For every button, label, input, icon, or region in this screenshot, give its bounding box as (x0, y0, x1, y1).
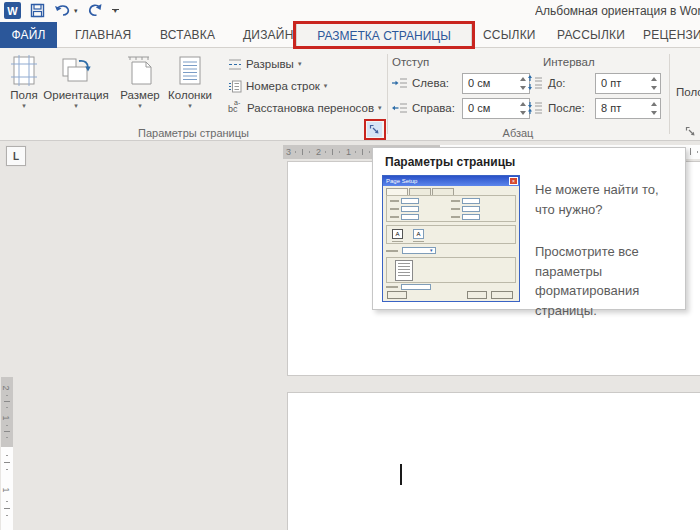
spacing-after-label: После: (548, 102, 585, 114)
margins-button[interactable]: Поля ▾ (0, 55, 50, 117)
spin-down-icon[interactable] (647, 84, 660, 94)
tab-review[interactable]: РЕЦЕНЗИРОВАНИЕ (643, 22, 700, 48)
page-setup-screentip: Параметры страницы Page Setup × A A (372, 147, 686, 310)
tab-file[interactable]: ФАЙЛ (0, 22, 57, 48)
spacing-header: Интервал (543, 56, 595, 68)
indent-right-value: 0 см (463, 99, 516, 118)
tab-home[interactable]: ГЛАВНАЯ (75, 22, 131, 48)
spin-up-icon[interactable] (647, 74, 660, 84)
group-separator (669, 54, 670, 134)
ruler-number: 2 (316, 147, 321, 157)
chevron-down-icon: ▾ (74, 102, 78, 110)
chevron-down-icon: ▾ (324, 82, 328, 90)
redo-icon (87, 3, 103, 18)
thumbnail-tab (386, 188, 408, 195)
thumbnail-preview-section (386, 257, 516, 283)
spacing-before-field[interactable]: 0 пт (595, 73, 661, 94)
annotation-box-page-layout-tab (293, 21, 475, 49)
ribbon: Поля ▾ Ориентация ▾ Размер (0, 48, 700, 141)
indent-header: Отступ (392, 56, 429, 68)
ruler-number: 2 (1, 385, 11, 390)
columns-button-label: Колонки (168, 89, 212, 101)
spacing-before-icon (527, 75, 543, 90)
indent-left-field[interactable]: 0 см (462, 73, 530, 94)
indent-left-label: Слева: (412, 77, 449, 89)
spin-down-icon[interactable] (647, 109, 660, 119)
screentip-question: Не можете найти то, что нужно? (535, 180, 679, 219)
group-separator (387, 54, 388, 134)
page-size-button-label: Размер (120, 89, 160, 101)
chevron-down-icon: ▾ (22, 102, 26, 110)
chevron-down-icon: ▾ (138, 102, 142, 110)
paragraph-dialog-launcher[interactable] (683, 124, 698, 139)
thumbnail-tab (432, 188, 454, 195)
spacing-before-value: 0 пт (596, 74, 647, 93)
spacing-after-value: 8 пт (596, 99, 647, 118)
chevron-down-icon: ▾ (298, 60, 302, 68)
word-window: W ▾ (0, 0, 700, 530)
thumbnail-margins-section (386, 195, 516, 222)
hyphenation-icon: a-bc (228, 101, 243, 115)
thumbnail-orientation-section: A A (386, 225, 516, 244)
document-page-2[interactable] (287, 392, 700, 530)
undo-icon (54, 3, 72, 18)
ruler-number: 3 (286, 147, 291, 157)
ruler-number: 1 (1, 415, 11, 420)
spacing-before-label: До: (548, 77, 566, 89)
spacing-after-icon (527, 100, 543, 115)
orientation-icon (59, 55, 93, 87)
customize-quick-access-icon[interactable]: ▾ (114, 9, 118, 13)
save-button[interactable] (30, 3, 45, 18)
thumbnail-tab (409, 188, 431, 195)
columns-button[interactable]: Колонки ▾ (164, 55, 216, 117)
close-icon: × (509, 177, 518, 185)
vertical-ruler: 2 1 1 (1, 377, 13, 530)
undo-button[interactable]: ▾ (54, 3, 78, 18)
line-numbers-button-label: Номера строк (246, 80, 320, 92)
indent-right-icon (392, 102, 408, 114)
save-icon (30, 3, 45, 18)
tab-insert[interactable]: ВСТАВКА (160, 22, 215, 48)
redo-button[interactable] (87, 3, 103, 18)
tab-design[interactable]: ДИЗАЙН (243, 22, 294, 48)
indent-right-label: Справа: (412, 102, 455, 114)
hyphenation-button-label: Расстановка переносов (247, 102, 374, 114)
margins-icon (9, 55, 39, 87)
breaks-button[interactable]: Разрывы ▾ (228, 56, 301, 72)
word-logo-icon[interactable]: W (4, 2, 21, 19)
ruler-number: 1 (346, 147, 351, 157)
group-label-paragraph: Абзац (387, 127, 649, 139)
orientation-button-label: Ориентация (43, 89, 108, 101)
ruler-number: 1 (1, 487, 11, 492)
line-numbers-icon (228, 80, 242, 93)
indent-left-value: 0 см (463, 74, 516, 93)
orientation-button[interactable]: Ориентация ▾ (50, 55, 102, 117)
text-cursor (400, 464, 402, 485)
position-button[interactable]: Положение (676, 86, 700, 98)
title-bar: W ▾ (0, 0, 700, 22)
thumbnail-apply-row (386, 284, 516, 291)
page-setup-dialog-thumbnail: Page Setup × A A ▾ (382, 175, 520, 302)
page-size-button[interactable]: Размер ▾ (114, 55, 166, 117)
margins-button-label: Поля (10, 89, 37, 101)
tab-mailings[interactable]: РАССЫЛКИ (557, 22, 625, 48)
hyphenation-button[interactable]: a-bc Расстановка переносов ▾ (228, 100, 382, 116)
page-size-icon (125, 55, 155, 87)
line-numbers-button[interactable]: Номера строк ▾ (228, 78, 327, 94)
chevron-down-icon: ▾ (188, 102, 192, 110)
breaks-icon (228, 58, 242, 71)
indent-left-icon (392, 77, 408, 89)
screentip-hint: Просмотрите все параметры форматирования… (535, 242, 679, 320)
quick-access-toolbar: W ▾ (4, 2, 117, 19)
undo-dropdown-icon[interactable]: ▾ (74, 7, 78, 15)
breaks-button-label: Разрывы (246, 58, 294, 70)
indent-right-field[interactable]: 0 см (462, 98, 530, 119)
tab-stop-selector[interactable]: L (6, 146, 26, 166)
tab-references[interactable]: ССЫЛКИ (483, 22, 536, 48)
spacing-after-field[interactable]: 8 пт (595, 98, 661, 119)
spin-up-icon[interactable] (647, 99, 660, 109)
screentip-title: Параметры страницы (385, 155, 515, 169)
columns-icon (175, 55, 205, 87)
document-title: Альбомная ориентация в Wor (535, 4, 700, 18)
chevron-down-icon: ▾ (378, 104, 382, 112)
